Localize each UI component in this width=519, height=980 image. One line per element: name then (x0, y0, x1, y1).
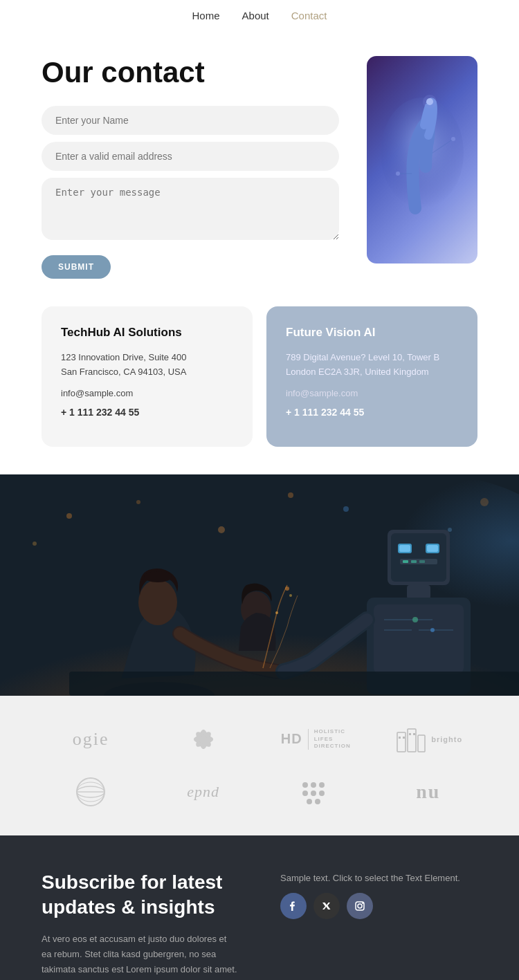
card-techhub: TechHub AI Solutions 123 Innovation Driv… (42, 306, 253, 447)
logo-epnd: epnd (187, 783, 219, 801)
svg-point-14 (448, 528, 452, 532)
svg-rect-35 (374, 604, 464, 674)
svg-rect-31 (411, 560, 417, 563)
footer-sample-text: Sample text. Click to select the Text El… (280, 873, 460, 883)
logos-section: ogie HD HOLISTICLIFESDIRECTION b (0, 696, 519, 835)
svg-point-15 (480, 498, 489, 506)
nav-about[interactable]: About (242, 10, 269, 21)
hero-image-section: Home About Contact (0, 474, 519, 696)
svg-point-13 (343, 506, 349, 512)
instagram-icon[interactable] (347, 893, 373, 919)
message-input[interactable] (42, 178, 339, 240)
svg-point-43 (285, 586, 289, 591)
svg-point-66 (319, 791, 325, 796)
svg-point-62 (311, 782, 316, 788)
logo-flower (188, 723, 219, 755)
svg-rect-51 (408, 729, 416, 752)
svg-point-10 (66, 513, 72, 519)
svg-point-3 (451, 137, 455, 141)
svg-point-17 (288, 492, 293, 498)
logo-hd: HD HOLISTICLIFESDIRECTION (281, 728, 351, 750)
email-input[interactable] (42, 142, 339, 171)
footer-heading: Subscribe for latest updates & insights (42, 870, 239, 921)
footer-body-text: At vero eos et accusam et justo duo dolo… (42, 932, 239, 977)
svg-point-65 (311, 791, 316, 796)
svg-point-70 (358, 904, 362, 908)
svg-rect-52 (418, 735, 425, 752)
submit-button[interactable]: SUBMIT (42, 255, 111, 279)
svg-point-63 (319, 782, 325, 788)
svg-rect-55 (409, 733, 411, 735)
svg-rect-56 (413, 733, 415, 735)
footer-left: Subscribe for latest updates & insights … (42, 870, 239, 977)
card-futurevision: Future Vision AI 789 Digital Avenue? Lev… (266, 306, 477, 447)
svg-rect-32 (419, 560, 425, 563)
svg-point-68 (315, 799, 320, 804)
logo-brighto: brighto (394, 725, 462, 753)
svg-point-67 (307, 799, 312, 804)
tech-hand-illustration (377, 70, 467, 250)
svg-point-21 (144, 571, 172, 582)
social-icons (280, 893, 373, 919)
svg-rect-27 (399, 545, 410, 552)
svg-rect-53 (399, 737, 401, 739)
card-techhub-address: 123 Innovation Drive, Suite 400San Franc… (61, 351, 233, 380)
contact-section: Our contact SUBMIT (0, 28, 519, 306)
svg-point-49 (200, 736, 207, 743)
contact-title: Our contact (42, 56, 339, 89)
logo-circle-lines (75, 776, 107, 808)
card-futurevision-phone: + 1 111 232 44 55 (286, 405, 458, 420)
svg-point-12 (218, 526, 225, 533)
svg-point-39 (412, 617, 418, 622)
svg-point-40 (430, 628, 435, 632)
contact-image-container (367, 56, 477, 264)
svg-rect-41 (69, 672, 519, 696)
logo-ogie: ogie (73, 729, 109, 750)
nav-contact[interactable]: Contact (291, 10, 327, 21)
card-futurevision-title: Future Vision AI (286, 326, 458, 340)
card-techhub-title: TechHub AI Solutions (61, 326, 233, 340)
svg-point-4 (396, 172, 400, 176)
card-techhub-phone: + 1 111 232 44 55 (61, 405, 233, 420)
svg-rect-54 (403, 737, 405, 739)
card-futurevision-address: 789 Digital Avenue? Level 10, Tower BLon… (286, 351, 458, 380)
svg-rect-30 (403, 560, 408, 563)
contact-image (367, 56, 477, 264)
svg-rect-50 (397, 732, 406, 752)
svg-point-16 (33, 542, 37, 546)
card-futurevision-email: info@sample.com (286, 387, 458, 401)
twitter-icon[interactable] (313, 893, 340, 919)
logo-dots-pattern (298, 778, 333, 806)
svg-point-61 (302, 782, 308, 788)
svg-point-20 (138, 580, 177, 625)
svg-point-11 (136, 500, 140, 504)
svg-point-44 (289, 594, 292, 597)
svg-rect-24 (391, 533, 446, 582)
svg-point-71 (362, 903, 363, 904)
svg-rect-28 (427, 545, 438, 552)
logo-nu: nu (416, 781, 440, 803)
name-input[interactable] (42, 106, 339, 135)
svg-rect-33 (407, 585, 430, 599)
facebook-icon[interactable] (280, 893, 307, 919)
nav-home[interactable]: Home (192, 10, 220, 21)
hero-scene-svg (0, 474, 519, 696)
footer-right: Sample text. Click to select the Text El… (280, 870, 477, 977)
address-cards: TechHub AI Solutions 123 Innovation Driv… (0, 306, 519, 474)
footer: Subscribe for latest updates & insights … (0, 835, 519, 980)
svg-point-64 (302, 791, 308, 796)
svg-point-6 (423, 95, 437, 109)
top-nav: Home About Contact (0, 0, 519, 28)
card-techhub-email: info@sample.com (61, 387, 233, 401)
footer-top: Subscribe for latest updates & insights … (42, 870, 477, 977)
contact-form: Our contact SUBMIT (42, 56, 339, 279)
svg-point-42 (275, 611, 278, 614)
